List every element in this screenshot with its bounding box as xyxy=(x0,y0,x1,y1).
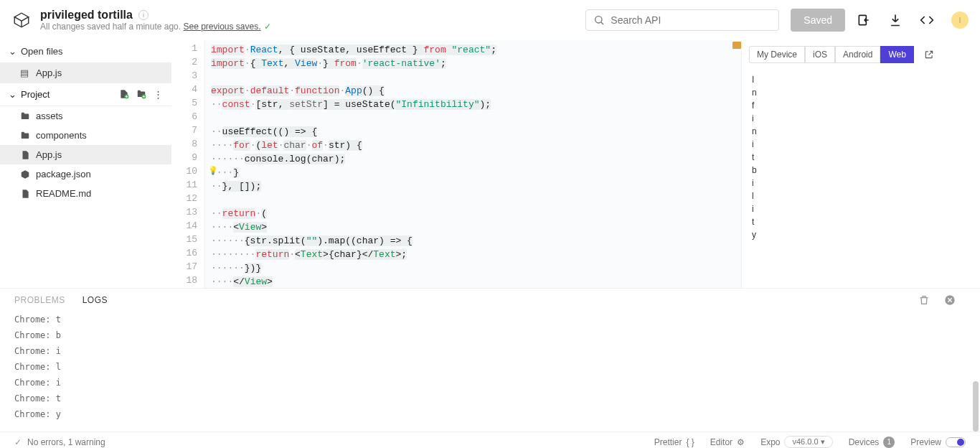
title-area: privileged tortilla i All changes saved … xyxy=(40,9,271,32)
log-line: Chrome: i xyxy=(14,343,966,359)
log-output[interactable]: Chrome: tChrome: bChrome: iChrome: lChro… xyxy=(0,312,980,431)
preview-output: Infinitbility xyxy=(742,69,980,288)
project-label: Project xyxy=(21,89,50,100)
log-line: Chrome: b xyxy=(14,327,966,343)
search-input[interactable] xyxy=(611,14,771,26)
js-file-icon: ▤ xyxy=(20,67,30,78)
log-line: Chrome: i xyxy=(14,375,966,391)
project-item[interactable]: assets xyxy=(0,106,171,126)
more-icon[interactable]: ⋮ xyxy=(154,89,163,100)
gear-icon: ⚙ xyxy=(737,437,745,447)
new-folder-icon[interactable] xyxy=(136,89,146,100)
search-api-box[interactable] xyxy=(585,9,779,31)
lightbulb-icon[interactable]: 💡 xyxy=(208,166,218,175)
panel-tabs: PROBLEMS LOGS xyxy=(0,289,980,312)
preview-char: I xyxy=(752,73,970,86)
expo-version-pill[interactable]: v46.0.0 ▾ xyxy=(784,436,832,448)
header: privileged tortilla i All changes saved … xyxy=(0,0,980,40)
folder-icon xyxy=(20,131,30,141)
project-item[interactable]: App.js xyxy=(0,145,171,164)
new-file-icon[interactable] xyxy=(119,89,129,100)
preview-toggle[interactable] xyxy=(946,437,966,447)
editor-status[interactable]: Editor ⚙ xyxy=(710,437,745,447)
open-files-header[interactable]: ⌄ Open files xyxy=(0,40,171,63)
saved-button[interactable]: Saved xyxy=(791,9,845,32)
svg-point-0 xyxy=(595,16,602,22)
folder-icon xyxy=(20,111,30,121)
save-status: All changes saved half a minute ago. See… xyxy=(40,22,271,32)
chevron-down-icon: ⌄ xyxy=(9,46,17,57)
project-title[interactable]: privileged tortilla xyxy=(40,9,133,22)
project-item-label: components xyxy=(36,130,87,141)
project-item[interactable]: package.json xyxy=(0,164,171,184)
preview-pane: My DeviceiOSAndroidWeb Infinitbility xyxy=(741,40,980,288)
preview-status[interactable]: Preview xyxy=(910,437,966,447)
md-icon xyxy=(20,189,30,199)
preview-char: i xyxy=(752,177,970,190)
snack-logo[interactable] xyxy=(11,10,32,30)
log-line: Chrome: t xyxy=(14,312,966,327)
project-item[interactable]: components xyxy=(0,126,171,145)
status-bar: ✓ No errors, 1 warning Prettier { } Edit… xyxy=(0,431,980,448)
project-item-label: package.json xyxy=(36,169,91,179)
sidebar: ⌄ Open files ▤App.js ⌄ Project ⋮ assetsc… xyxy=(0,40,172,288)
log-line: Chrome: y xyxy=(14,406,966,422)
project-item-label: README.md xyxy=(36,188,91,199)
preview-char: i xyxy=(752,202,970,215)
export-icon[interactable] xyxy=(857,13,871,27)
status-errors-text[interactable]: No errors, 1 warning xyxy=(27,437,105,447)
devices-badge: 1 xyxy=(883,437,895,448)
pkg-icon xyxy=(20,169,30,179)
logs-tab[interactable]: LOGS xyxy=(83,295,108,305)
preview-char: b xyxy=(752,164,970,177)
js-icon xyxy=(20,150,30,160)
info-icon[interactable]: i xyxy=(138,10,149,20)
popout-icon[interactable] xyxy=(924,50,934,60)
preview-char: y xyxy=(752,228,970,241)
status-check-icon: ✓ xyxy=(14,437,22,447)
avatar[interactable]: I xyxy=(951,11,969,29)
preview-char: t xyxy=(752,151,970,164)
main-area: ⌄ Open files ▤App.js ⌄ Project ⋮ assetsc… xyxy=(0,40,980,288)
devices-status[interactable]: Devices 1 xyxy=(849,437,895,448)
project-item[interactable]: README.md xyxy=(0,184,171,203)
device-tab-ios[interactable]: iOS xyxy=(805,46,835,63)
open-files-label: Open files xyxy=(21,46,63,57)
preview-char: i xyxy=(752,138,970,151)
file-name-label: App.js xyxy=(36,67,62,78)
minimap-marker xyxy=(732,42,741,49)
previous-saves-link[interactable]: See previous saves. xyxy=(183,22,260,32)
log-line: Chrome: t xyxy=(14,391,966,406)
check-icon: ✓ xyxy=(264,22,271,32)
device-tab-web[interactable]: Web xyxy=(880,46,913,63)
scrollbar-thumb[interactable] xyxy=(973,381,979,431)
preview-char: l xyxy=(752,190,970,202)
search-icon xyxy=(593,14,605,26)
chevron-down-icon: ⌄ xyxy=(9,89,17,100)
bottom-panel: PROBLEMS LOGS Chrome: tChrome: bChrome: … xyxy=(0,288,980,431)
problems-tab[interactable]: PROBLEMS xyxy=(14,295,65,305)
device-tab-android[interactable]: Android xyxy=(835,46,880,63)
preview-char: t xyxy=(752,215,970,228)
editor-code[interactable]: import·React, { useState, useEffect } fr… xyxy=(205,40,741,288)
braces-icon: { } xyxy=(686,437,694,447)
trash-icon[interactable] xyxy=(918,294,930,306)
save-status-text: All changes saved half a minute ago. xyxy=(40,22,183,32)
device-tabs: My DeviceiOSAndroidWeb xyxy=(742,40,980,69)
log-line: Chrome: l xyxy=(14,359,966,375)
editor-gutter: 123456789101112131415161718 xyxy=(172,40,205,288)
preview-char: n xyxy=(752,86,970,99)
preview-char: f xyxy=(752,99,970,112)
preview-char: n xyxy=(752,125,970,138)
embed-icon[interactable] xyxy=(920,13,934,27)
preview-char: i xyxy=(752,112,970,125)
open-file-item[interactable]: ▤App.js xyxy=(0,63,171,83)
code-editor[interactable]: 123456789101112131415161718 import·React… xyxy=(172,40,741,288)
expo-status[interactable]: Expo v46.0.0 ▾ xyxy=(760,436,833,448)
device-tab-my-device[interactable]: My Device xyxy=(749,46,805,63)
close-panel-icon[interactable] xyxy=(944,294,956,306)
project-item-label: assets xyxy=(36,111,63,121)
prettier-status[interactable]: Prettier { } xyxy=(654,437,694,447)
project-header[interactable]: ⌄ Project ⋮ xyxy=(0,83,171,106)
download-icon[interactable] xyxy=(888,13,903,27)
